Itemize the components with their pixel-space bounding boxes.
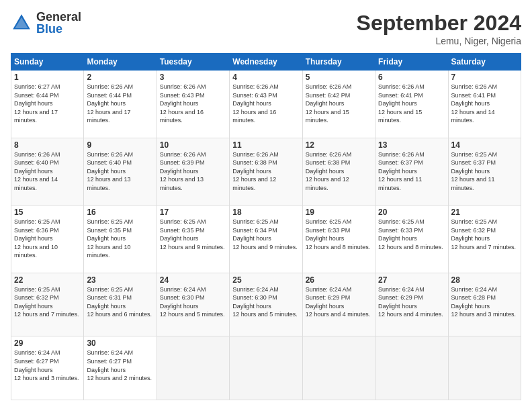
day-info: Sunrise: 6:24 AMSunset: 6:30 PMDaylight …: [160, 285, 226, 319]
day-info: Sunrise: 6:25 AMSunset: 6:32 PMDaylight …: [14, 285, 81, 319]
location: Lemu, Niger, Nigeria: [357, 36, 521, 46]
day-number: 21: [451, 208, 518, 217]
day-number: 7: [451, 73, 518, 82]
calendar-week-row: 22Sunrise: 6:25 AMSunset: 6:32 PMDayligh…: [11, 273, 521, 336]
day-info: Sunrise: 6:26 AMSunset: 6:42 PMDaylight …: [306, 83, 372, 125]
table-row: 20Sunrise: 6:25 AMSunset: 6:33 PMDayligh…: [375, 205, 448, 273]
table-row: 3Sunrise: 6:26 AMSunset: 6:43 PMDaylight…: [157, 71, 229, 138]
table-row: 5Sunrise: 6:26 AMSunset: 6:42 PMDaylight…: [302, 71, 375, 138]
day-number: 9: [87, 140, 153, 150]
calendar-header-row: Sunday Monday Tuesday Wednesday Thursday…: [11, 54, 521, 71]
table-row: [375, 336, 448, 400]
day-info: Sunrise: 6:26 AMSunset: 6:43 PMDaylight …: [232, 83, 299, 125]
table-row: 2Sunrise: 6:26 AMSunset: 6:44 PMDaylight…: [84, 71, 157, 138]
day-number: 8: [14, 140, 81, 150]
logo-general: General: [36, 11, 81, 23]
month-title: September 2024: [357, 11, 521, 36]
day-info: Sunrise: 6:24 AMSunset: 6:27 PMDaylight …: [87, 349, 153, 382]
day-number: 5: [306, 73, 372, 82]
day-info: Sunrise: 6:26 AMSunset: 6:41 PMDaylight …: [378, 83, 445, 125]
table-row: 15Sunrise: 6:25 AMSunset: 6:36 PMDayligh…: [11, 205, 84, 273]
table-row: 18Sunrise: 6:25 AMSunset: 6:34 PMDayligh…: [230, 205, 302, 273]
table-row: 4Sunrise: 6:26 AMSunset: 6:43 PMDaylight…: [230, 71, 302, 138]
calendar-week-row: 15Sunrise: 6:25 AMSunset: 6:36 PMDayligh…: [11, 205, 521, 273]
day-number: 18: [232, 208, 299, 217]
day-info: Sunrise: 6:26 AMSunset: 6:43 PMDaylight …: [160, 83, 226, 125]
logo-blue: Blue: [36, 23, 81, 35]
day-info: Sunrise: 6:25 AMSunset: 6:36 PMDaylight …: [14, 218, 81, 260]
day-number: 3: [160, 73, 226, 82]
table-row: 28Sunrise: 6:24 AMSunset: 6:28 PMDayligh…: [448, 273, 521, 336]
day-info: Sunrise: 6:25 AMSunset: 6:31 PMDaylight …: [87, 285, 153, 319]
table-row: 25Sunrise: 6:24 AMSunset: 6:30 PMDayligh…: [230, 273, 302, 336]
table-row: 23Sunrise: 6:25 AMSunset: 6:31 PMDayligh…: [84, 273, 157, 336]
table-row: 30Sunrise: 6:24 AMSunset: 6:27 PMDayligh…: [84, 336, 157, 400]
day-number: 12: [306, 140, 372, 150]
col-monday: Monday: [84, 54, 157, 71]
table-row: [230, 336, 302, 400]
table-row: 16Sunrise: 6:25 AMSunset: 6:35 PMDayligh…: [84, 205, 157, 273]
table-row: [157, 336, 229, 400]
calendar-week-row: 29Sunrise: 6:24 AMSunset: 6:27 PMDayligh…: [11, 336, 521, 400]
table-row: 6Sunrise: 6:26 AMSunset: 6:41 PMDaylight…: [375, 71, 448, 138]
day-number: 24: [160, 275, 226, 285]
table-row: 29Sunrise: 6:24 AMSunset: 6:27 PMDayligh…: [11, 336, 84, 400]
day-info: Sunrise: 6:24 AMSunset: 6:28 PMDaylight …: [451, 285, 518, 319]
day-number: 13: [378, 140, 445, 150]
day-number: 28: [451, 275, 518, 285]
table-row: 17Sunrise: 6:25 AMSunset: 6:35 PMDayligh…: [157, 205, 229, 273]
day-number: 23: [87, 275, 153, 285]
table-row: 8Sunrise: 6:26 AMSunset: 6:40 PMDaylight…: [11, 138, 84, 205]
col-wednesday: Wednesday: [230, 54, 302, 71]
table-row: 1Sunrise: 6:27 AMSunset: 6:44 PMDaylight…: [11, 71, 84, 138]
col-friday: Friday: [375, 54, 448, 71]
day-number: 4: [232, 73, 299, 82]
day-info: Sunrise: 6:24 AMSunset: 6:30 PMDaylight …: [232, 285, 299, 319]
table-row: [302, 336, 375, 400]
table-row: 11Sunrise: 6:26 AMSunset: 6:38 PMDayligh…: [230, 138, 302, 205]
day-number: 15: [14, 208, 81, 217]
day-info: Sunrise: 6:26 AMSunset: 6:40 PMDaylight …: [87, 150, 153, 193]
day-info: Sunrise: 6:26 AMSunset: 6:44 PMDaylight …: [87, 83, 153, 125]
day-number: 20: [378, 208, 445, 217]
header: General Blue September 2024 Lemu, Niger,…: [11, 11, 521, 46]
day-info: Sunrise: 6:26 AMSunset: 6:40 PMDaylight …: [14, 150, 81, 193]
day-number: 19: [306, 208, 372, 217]
day-number: 25: [232, 275, 299, 285]
day-info: Sunrise: 6:26 AMSunset: 6:38 PMDaylight …: [232, 150, 299, 193]
day-info: Sunrise: 6:26 AMSunset: 6:37 PMDaylight …: [378, 150, 445, 193]
day-info: Sunrise: 6:25 AMSunset: 6:33 PMDaylight …: [306, 218, 372, 251]
calendar-week-row: 8Sunrise: 6:26 AMSunset: 6:40 PMDaylight…: [11, 138, 521, 205]
day-info: Sunrise: 6:26 AMSunset: 6:38 PMDaylight …: [306, 150, 372, 193]
day-info: Sunrise: 6:26 AMSunset: 6:41 PMDaylight …: [451, 83, 518, 125]
logo: General Blue: [11, 11, 81, 35]
table-row: 27Sunrise: 6:24 AMSunset: 6:29 PMDayligh…: [375, 273, 448, 336]
day-number: 14: [451, 140, 518, 150]
day-number: 26: [306, 275, 372, 285]
page: General Blue September 2024 Lemu, Niger,…: [0, 0, 532, 411]
day-info: Sunrise: 6:25 AMSunset: 6:35 PMDaylight …: [160, 218, 226, 251]
table-row: 19Sunrise: 6:25 AMSunset: 6:33 PMDayligh…: [302, 205, 375, 273]
table-row: 13Sunrise: 6:26 AMSunset: 6:37 PMDayligh…: [375, 138, 448, 205]
day-number: 17: [160, 208, 226, 217]
day-number: 22: [14, 275, 81, 285]
logo-text: General Blue: [36, 11, 81, 35]
calendar-table: Sunday Monday Tuesday Wednesday Thursday…: [11, 53, 521, 400]
day-number: 27: [378, 275, 445, 285]
logo-icon: [11, 12, 32, 34]
table-row: 7Sunrise: 6:26 AMSunset: 6:41 PMDaylight…: [448, 71, 521, 138]
day-number: 11: [232, 140, 299, 150]
day-info: Sunrise: 6:25 AMSunset: 6:32 PMDaylight …: [451, 218, 518, 251]
title-block: September 2024 Lemu, Niger, Nigeria: [357, 11, 521, 46]
day-number: 6: [378, 73, 445, 82]
day-info: Sunrise: 6:24 AMSunset: 6:29 PMDaylight …: [306, 285, 372, 319]
day-info: Sunrise: 6:27 AMSunset: 6:44 PMDaylight …: [14, 83, 81, 125]
col-tuesday: Tuesday: [157, 54, 229, 71]
day-number: 29: [14, 338, 81, 348]
day-number: 1: [14, 73, 81, 82]
day-info: Sunrise: 6:24 AMSunset: 6:29 PMDaylight …: [378, 285, 445, 319]
table-row: [448, 336, 521, 400]
day-number: 30: [87, 338, 153, 348]
day-number: 10: [160, 140, 226, 150]
col-thursday: Thursday: [302, 54, 375, 71]
